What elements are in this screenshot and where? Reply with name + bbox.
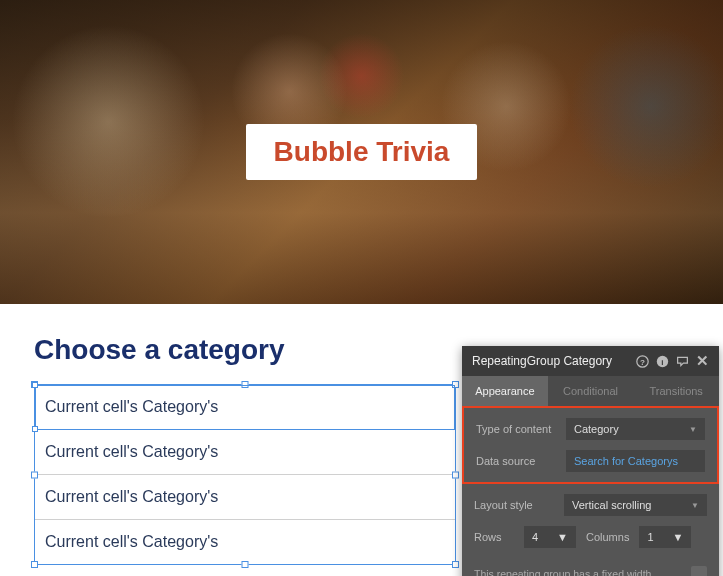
svg-text:i: i xyxy=(661,357,663,366)
cell-handle[interactable] xyxy=(32,426,38,432)
hero-banner: Bubble Trivia xyxy=(0,0,723,304)
property-editor-panel[interactable]: RepeatingGroup Category ? i ✕ Appearance… xyxy=(462,346,719,576)
highlighted-props: Type of content Category ▼ Data source S… xyxy=(462,406,719,484)
layout-style-label: Layout style xyxy=(474,499,564,511)
resize-handle[interactable] xyxy=(452,471,459,478)
repeating-group-cell: Current cell's Category's xyxy=(35,475,455,520)
type-of-content-label: Type of content xyxy=(476,423,566,435)
resize-handle[interactable] xyxy=(242,561,249,568)
layout-props: Layout style Vertical scrolling ▼ Rows 4… xyxy=(462,484,719,558)
resize-handle[interactable] xyxy=(31,561,38,568)
close-icon[interactable]: ✕ xyxy=(695,354,709,368)
chevron-down-icon: ▼ xyxy=(673,531,684,543)
svg-text:?: ? xyxy=(640,357,645,366)
dropdown-value: Vertical scrolling xyxy=(572,499,651,511)
tab-conditional[interactable]: Conditional xyxy=(548,376,634,406)
comment-icon[interactable] xyxy=(675,354,689,368)
tab-transitions[interactable]: Transitions xyxy=(633,376,719,406)
layout-style-dropdown[interactable]: Vertical scrolling ▼ xyxy=(564,494,707,516)
fixed-width-row: This repeating group has a fixed width xyxy=(462,558,719,576)
repeating-group-category[interactable]: Current cell's Category's Current cell's… xyxy=(34,384,456,565)
repeating-group-cell[interactable]: Current cell's Category's xyxy=(35,385,455,430)
panel-tabs: Appearance Conditional Transitions xyxy=(462,376,719,406)
resize-handle[interactable] xyxy=(452,561,459,568)
chevron-down-icon: ▼ xyxy=(557,531,568,543)
dropdown-value: 1 xyxy=(647,531,653,543)
tab-appearance[interactable]: Appearance xyxy=(462,376,548,406)
panel-header[interactable]: RepeatingGroup Category ? i ✕ xyxy=(462,346,719,376)
panel-properties: Type of content Category ▼ Data source S… xyxy=(462,406,719,576)
chevron-down-icon: ▼ xyxy=(691,501,699,510)
data-source-dropdown[interactable]: Search for Categorys xyxy=(566,450,705,472)
type-of-content-dropdown[interactable]: Category ▼ xyxy=(566,418,705,440)
cell-text: Current cell's Category's xyxy=(45,443,218,460)
info-icon[interactable]: i xyxy=(655,354,669,368)
repeating-group-cell: Current cell's Category's xyxy=(35,520,455,564)
dropdown-value: Category xyxy=(574,423,619,435)
cell-text: Current cell's Category's xyxy=(45,488,218,505)
rows-dropdown[interactable]: 4 ▼ xyxy=(524,526,576,548)
cell-text: Current cell's Category's xyxy=(45,533,218,550)
chevron-down-icon: ▼ xyxy=(689,425,697,434)
columns-label: Columns xyxy=(586,531,629,543)
rows-label: Rows xyxy=(474,531,524,543)
cell-text: Current cell's Category's xyxy=(45,398,218,415)
fixed-width-label: This repeating group has a fixed width xyxy=(474,568,651,576)
repeating-group-cell: Current cell's Category's xyxy=(35,430,455,475)
fixed-width-checkbox[interactable] xyxy=(691,566,707,576)
data-source-label: Data source xyxy=(476,455,566,467)
help-icon[interactable]: ? xyxy=(635,354,649,368)
hero-title: Bubble Trivia xyxy=(246,124,478,180)
dropdown-value: Search for Categorys xyxy=(574,455,678,467)
columns-dropdown[interactable]: 1 ▼ xyxy=(639,526,691,548)
dropdown-value: 4 xyxy=(532,531,538,543)
panel-title: RepeatingGroup Category xyxy=(472,354,612,368)
resize-handle[interactable] xyxy=(31,471,38,478)
cell-handle[interactable] xyxy=(32,382,38,388)
